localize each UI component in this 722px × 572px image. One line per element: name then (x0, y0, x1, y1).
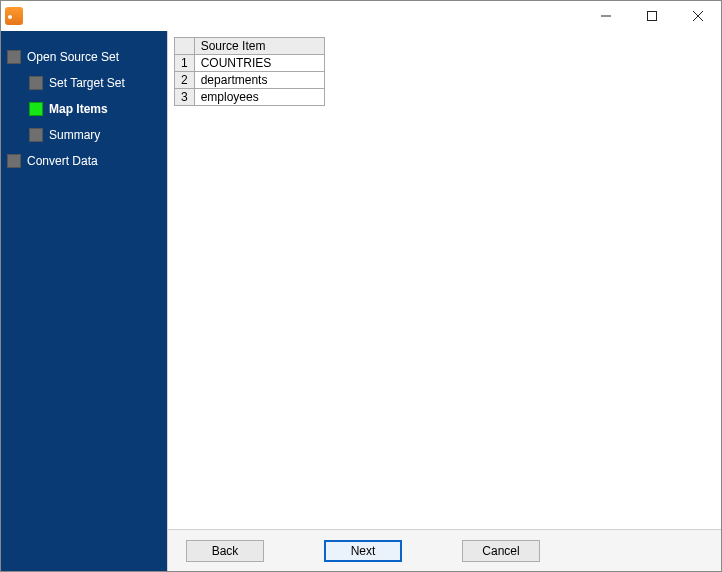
row-number: 3 (175, 89, 195, 106)
cancel-button[interactable]: Cancel (462, 540, 540, 562)
row-number: 2 (175, 72, 195, 89)
step-box-icon (29, 102, 43, 116)
next-button[interactable]: Next (324, 540, 402, 562)
table-row[interactable]: 3 employees (175, 89, 325, 106)
step-convert-data[interactable]: Convert Data (7, 151, 161, 171)
source-item-cell[interactable]: employees (194, 89, 324, 106)
step-box-icon (7, 154, 21, 168)
step-summary[interactable]: Summary (29, 125, 161, 145)
column-header-source-item[interactable]: Source Item (194, 38, 324, 55)
source-item-cell[interactable]: COUNTRIES (194, 55, 324, 72)
step-label: Map Items (49, 102, 108, 116)
step-box-icon (29, 128, 43, 142)
table-row[interactable]: 2 departments (175, 72, 325, 89)
app-icon (5, 7, 23, 25)
step-label: Set Target Set (49, 76, 125, 90)
back-button[interactable]: Back (186, 540, 264, 562)
step-set-target-set[interactable]: Set Target Set (29, 73, 161, 93)
step-label: Convert Data (27, 154, 98, 168)
maximize-button[interactable] (629, 1, 675, 31)
content-area: Source Item 1 COUNTRIES 2 departments 3 … (168, 31, 721, 529)
row-number: 1 (175, 55, 195, 72)
source-item-table[interactable]: Source Item 1 COUNTRIES 2 departments 3 … (174, 37, 325, 106)
source-item-cell[interactable]: departments (194, 72, 324, 89)
titlebar (1, 1, 721, 31)
step-open-source-set[interactable]: Open Source Set (7, 47, 161, 67)
close-button[interactable] (675, 1, 721, 31)
close-icon (693, 11, 703, 21)
minimize-icon (601, 11, 611, 21)
step-label: Summary (49, 128, 100, 142)
table-corner (175, 38, 195, 55)
wizard-steps-sidebar: Open Source Set Set Target Set Map Items… (1, 31, 167, 571)
svg-rect-1 (648, 12, 657, 21)
maximize-icon (647, 11, 657, 21)
minimize-button[interactable] (583, 1, 629, 31)
step-box-icon (7, 50, 21, 64)
step-label: Open Source Set (27, 50, 119, 64)
step-map-items[interactable]: Map Items (29, 99, 161, 119)
step-box-icon (29, 76, 43, 90)
wizard-footer: Back Next Cancel (168, 529, 721, 571)
table-row[interactable]: 1 COUNTRIES (175, 55, 325, 72)
